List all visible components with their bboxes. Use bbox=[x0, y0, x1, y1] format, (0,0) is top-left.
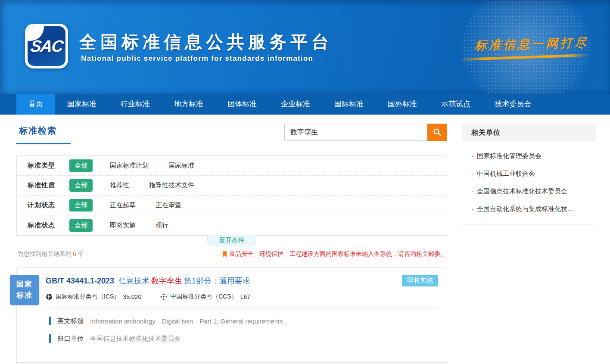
card-body: GB/T 43441.1-2023信息技术数字孪生第1部分：通用要求 国际标准分… bbox=[17, 268, 447, 352]
filter-all-button[interactable]: 全部 bbox=[69, 179, 93, 192]
filter-row-standard-nature: 标准性质 全部 推荐性 指导性技术文件 bbox=[17, 176, 447, 196]
notice-text: 食品安全、环境保护、工程建设方面的国家标准未纳入本系统，请咨询相关部委。 bbox=[229, 250, 446, 258]
standard-title[interactable]: GB/T 43441.1-2023信息技术数字孪生第1部分：通用要求 bbox=[46, 276, 438, 286]
filter-option[interactable]: 国家标准计划 bbox=[110, 162, 149, 170]
nav-item-industry-standards[interactable]: 行业标准 bbox=[109, 94, 162, 115]
standard-code[interactable]: GB/T 43441.1-2023 bbox=[46, 277, 114, 285]
filter-option[interactable]: 正在审查 bbox=[156, 201, 181, 209]
classification-row: 国际标准分类号（ICS） 35.020 中国标准分类号（CCS） L67 bbox=[46, 293, 438, 301]
globe-icon bbox=[46, 293, 53, 300]
filter-option[interactable]: 国家标准 bbox=[168, 162, 194, 170]
card-divider bbox=[49, 307, 438, 308]
related-units-title: 相关单位 bbox=[462, 124, 596, 142]
field-accent-bar bbox=[49, 317, 51, 325]
nav-item-foreign-standards[interactable]: 国外标准 bbox=[376, 94, 429, 115]
filter-row-plan-status: 计划状态 全部 正在起草 正在审查 bbox=[17, 196, 447, 215]
filter-option[interactable]: 即将实施 bbox=[110, 221, 136, 230]
search-results-column: 标准检索 标准类型 全部 国家标准计划 国家标准 bbox=[16, 124, 447, 364]
standard-type-badge: 国家 标准 bbox=[10, 275, 39, 305]
ccs-label: 中国标准分类号（CCS） bbox=[170, 293, 237, 301]
results-count: 为您找到相关结果约6个 bbox=[17, 250, 84, 258]
site-subtitle: National public service platform for sta… bbox=[81, 54, 313, 63]
field-accent-bar bbox=[49, 334, 51, 343]
ics-value: 35.020 bbox=[123, 293, 141, 300]
sidebar-item-automation-systems-committee[interactable]: 全国自动化系统与集成标准化技… bbox=[471, 200, 587, 218]
search-input[interactable] bbox=[284, 124, 427, 141]
english-title-value: Information technology—Digital twin—Part… bbox=[90, 317, 283, 325]
filter-label: 标准状态 bbox=[28, 221, 69, 230]
nav-item-technical-committee[interactable]: 技术委员会 bbox=[482, 94, 543, 115]
filter-option[interactable]: 现行 bbox=[156, 221, 168, 230]
sac-logo-text: SAC bbox=[29, 37, 64, 56]
filter-label: 标准性质 bbox=[28, 181, 69, 190]
ics-label: 国际标准分类号（ICS） bbox=[56, 293, 120, 301]
nav-item-international-standards[interactable]: 国际标准 bbox=[322, 94, 376, 115]
search-group bbox=[284, 124, 447, 141]
site-header: SAC 全国标准信息公共服务平台 National public service… bbox=[0, 0, 610, 94]
related-units-panel: 相关单位 国家标准化管理委员会 中国机械工业联合会 全国信息技术标准化技术委员会… bbox=[462, 124, 596, 224]
results-count-number: 6 bbox=[72, 250, 78, 257]
field-label: 英文标题 bbox=[57, 317, 84, 325]
search-term-highlight: 数字孪生 bbox=[151, 277, 182, 285]
related-units-list: 国家标准化管理委员会 中国机械工业联合会 全国信息技术标准化技术委员会 全国自动… bbox=[462, 142, 596, 224]
ics-item: 国际标准分类号（ICS） 35.020 bbox=[46, 293, 141, 301]
status-badge: 即将实施 bbox=[402, 275, 438, 286]
nav-item-national-standards[interactable]: 国家标准 bbox=[55, 94, 109, 115]
sac-logo: SAC bbox=[25, 24, 68, 68]
filter-all-button[interactable]: 全部 bbox=[69, 159, 93, 172]
main-nav: 首页 国家标准 行业标准 地方标准 团体标准 企业标准 国际标准 国外标准 示范… bbox=[0, 94, 610, 115]
nav-item-pilot[interactable]: 示范试点 bbox=[429, 94, 482, 115]
nav-item-group-standards[interactable]: 团体标准 bbox=[215, 94, 269, 115]
filter-row-standard-type: 标准类型 全部 国家标准计划 国家标准 bbox=[17, 156, 447, 176]
filter-panel: 标准类型 全部 国家标准计划 国家标准 标准性质 全部 推荐性 指导性技术文件 … bbox=[16, 156, 447, 236]
committee-value: 全国信息技术标准化技术委员会 bbox=[90, 335, 181, 343]
nav-item-enterprise-standards[interactable]: 企业标准 bbox=[269, 94, 322, 115]
search-section: 标准检索 bbox=[16, 124, 447, 149]
compass-icon bbox=[160, 293, 167, 300]
ccs-item: 中国标准分类号（CCS） L67 bbox=[160, 293, 250, 301]
filter-option[interactable]: 推荐性 bbox=[110, 181, 129, 190]
search-button[interactable] bbox=[427, 124, 447, 141]
filter-all-button[interactable]: 全部 bbox=[69, 199, 93, 212]
filter-option[interactable]: 指导性技术文件 bbox=[149, 181, 194, 190]
section-title-standard-search: 标准检索 bbox=[16, 124, 71, 144]
search-icon bbox=[433, 128, 442, 137]
standard-result-card[interactable]: 国家 标准 即将实施 GB/T 43441.1-2023信息技术数字孪生第1部分… bbox=[16, 267, 447, 364]
filter-label: 计划状态 bbox=[28, 201, 69, 209]
english-title-row: 英文标题 Information technology—Digital twin… bbox=[49, 317, 438, 325]
expand-conditions-button[interactable]: 展开条件 bbox=[207, 235, 256, 246]
filter-row-standard-status: 标准状态 全部 即将实施 现行 bbox=[17, 215, 447, 235]
exclusion-notice: 食品安全、环境保护、工程建设方面的国家标准未纳入本系统，请咨询相关部委。 bbox=[222, 250, 446, 258]
card-footer: 发布于 2023-11-27 实施于 2024-06-01 bbox=[17, 362, 447, 364]
ccs-value: L67 bbox=[240, 293, 250, 300]
header-slogan: 标准信息一网打尽 bbox=[475, 35, 589, 54]
main-content: 标准检索 标准类型 全部 国家标准计划 国家标准 bbox=[0, 115, 610, 364]
site-title: 全国标准信息公共服务平台 bbox=[79, 30, 333, 54]
committee-row: 归口单位 全国信息技术标准化技术委员会 bbox=[49, 334, 438, 343]
results-row: 为您找到相关结果约6个 食品安全、环境保护、工程建设方面的国家标准未纳入本系统，… bbox=[16, 250, 447, 258]
nav-item-home[interactable]: 首页 bbox=[16, 94, 55, 115]
sidebar-item-machinery-federation[interactable]: 中国机械工业联合会 bbox=[471, 165, 587, 183]
bookmark-icon bbox=[222, 251, 227, 258]
sidebar-item-sac[interactable]: 国家标准化管理委员会 bbox=[471, 147, 587, 165]
sidebar-item-it-standardization-committee[interactable]: 全国信息技术标准化技术委员会 bbox=[471, 183, 587, 200]
filter-option[interactable]: 正在起草 bbox=[110, 201, 136, 209]
filter-all-button[interactable]: 全部 bbox=[69, 219, 93, 232]
filter-label: 标准类型 bbox=[28, 162, 69, 170]
nav-item-local-standards[interactable]: 地方标准 bbox=[162, 94, 215, 115]
field-label: 归口单位 bbox=[57, 335, 84, 343]
